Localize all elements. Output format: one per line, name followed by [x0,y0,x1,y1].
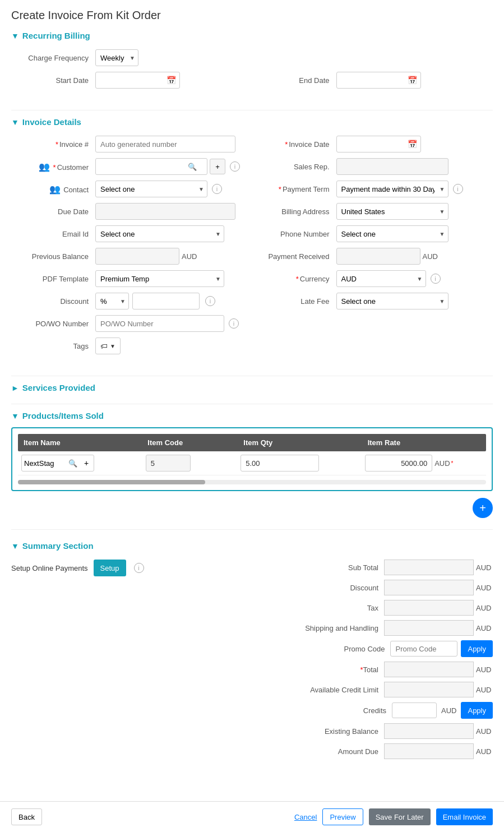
invoice-date-calendar-icon[interactable]: 📅 [404,140,420,149]
discount-type-wrapper[interactable]: % [95,293,129,309]
prev-balance-field: 0.00 AUD [95,248,197,265]
late-fee-select[interactable]: Select one [336,293,448,309]
end-date-wrapper[interactable]: 01/11/2018 📅 [336,72,421,89]
invoice-details-header[interactable]: ▼ Invoice Details [11,117,493,127]
currency-select[interactable]: AUD [336,270,426,287]
item-code-input[interactable] [146,455,191,472]
back-button[interactable]: Back [11,808,42,825]
promo-apply-button[interactable]: Apply [461,640,493,657]
total-currency: AUD [476,665,493,674]
email-select-wrapper[interactable]: Select one [95,225,224,242]
customer-add-button[interactable]: + [210,159,225,174]
phone-select-wrapper[interactable]: Select one [336,225,448,242]
products-table-header: Item Name Item Code Item Qty Item Rate [18,434,486,451]
amount-due-input[interactable]: 26737.50 [384,743,474,759]
promo-input[interactable] [390,641,457,657]
contact-select[interactable]: Select one [95,181,207,197]
phone-select[interactable]: Select one [336,225,448,242]
payment-term-info-icon[interactable]: i [453,184,463,194]
sales-rep-input[interactable]: Ruth C. Beaudry [336,158,448,175]
tags-control[interactable]: 🏷 ▼ [95,338,121,354]
tax-input[interactable]: 3487.50 [384,600,474,616]
td-item-code [142,455,237,472]
late-fee-select-wrapper[interactable]: Select one [336,293,448,309]
payment-term-select[interactable]: Payment made within 30 Days [336,181,448,197]
credits-apply-button[interactable]: Apply [461,702,493,719]
item-name-search-icon[interactable]: 🔍 [67,459,79,468]
cancel-button[interactable]: Cancel [294,813,317,821]
end-date-calendar-icon[interactable]: 📅 [404,76,420,85]
email-select[interactable]: Select one [95,225,224,242]
start-date-wrapper[interactable]: 26/10/2017 📅 [95,72,180,89]
amount-due-currency: AUD [476,747,493,756]
item-qty-input[interactable] [241,455,319,472]
tags-dropdown-arrow: ▼ [110,343,115,349]
discount-col: Discount % 7.00 i [11,293,247,309]
shipping-input[interactable]: 0.00 [384,620,474,636]
email-invoice-button[interactable]: Email Invoice [436,808,493,825]
payment-received-field: 0.00 AUD [336,248,438,265]
billing-address-select-wrapper[interactable]: United States [336,203,448,220]
invoice-date-wrapper[interactable]: 26/10/2017 📅 [336,136,421,152]
item-name-wrapper[interactable]: 🔍 + [21,455,94,472]
charge-frequency-col: Charge Frequency Weekly [11,49,247,66]
currency-select-wrapper[interactable]: AUD [336,270,426,287]
add-row-button[interactable]: + [473,498,493,518]
end-date-input[interactable]: 01/11/2018 [337,72,404,88]
powo-info-icon[interactable]: i [229,318,239,329]
due-date-input[interactable]: 25/11/2017 [95,203,235,220]
summary-discount-input[interactable]: 1750.00 [384,580,474,595]
contact-input-group: Select one i [95,181,222,197]
recurring-billing-header[interactable]: ▼ Recurring Billing [11,31,493,40]
customer-search-icon[interactable]: 🔍 [186,163,199,171]
currency-col: *Currency AUD i [258,270,493,287]
table-scrollbar[interactable] [18,480,486,484]
discount-type-select[interactable]: % [95,293,129,309]
invoice-num-input[interactable] [95,136,235,152]
contact-info-icon[interactable]: i [212,184,222,194]
prev-balance-currency: AUD [182,252,197,261]
products-section-header[interactable]: ▼ Products/Items Sold [11,411,493,420]
customer-info-icon[interactable]: i [230,161,240,172]
contact-select-wrapper[interactable]: Select one [95,181,207,197]
invoice-num-date-row: *Invoice # *Invoice Date 26/10/2017 📅 [11,136,493,152]
credit-limit-input[interactable]: 0.00 [384,682,474,697]
total-input[interactable]: 26737.50 [384,662,474,677]
pdf-template-select[interactable]: Premium Temp [95,270,224,287]
col-item-rate: Item Rate [362,434,486,451]
payment-term-select-wrapper[interactable]: Payment made within 30 Days [336,181,448,197]
customer-input[interactable]: Optical Coatings [96,159,186,174]
existing-balance-input[interactable]: 0.00 [384,723,474,739]
setup-payments-area: Setup Online Payments Setup i [11,560,246,585]
credits-input[interactable]: 0.00 [392,702,437,718]
customer-input-wrapper[interactable]: Optical Coatings 🔍 [95,158,207,175]
discount-info-icon[interactable]: i [205,296,215,306]
powo-col: PO/WO Number i [11,315,493,332]
pdf-template-select-wrapper[interactable]: Premium Temp [95,270,224,287]
start-date-input[interactable]: 26/10/2017 [96,72,163,88]
promo-label: Promo Code [278,645,390,653]
setup-info-icon[interactable]: i [134,563,144,573]
item-name-add-button[interactable]: + [79,455,94,471]
charge-frequency-select[interactable]: Weekly [95,49,138,66]
services-provided-header[interactable]: ► Services Provided [11,383,493,392]
save-later-button[interactable]: Save For Later [369,808,431,825]
billing-address-select[interactable]: United States [336,203,448,220]
prev-balance-input[interactable]: 0.00 [95,248,179,265]
invoice-date-input[interactable]: 26/10/2017 [337,136,404,152]
payment-received-currency: AUD [423,252,438,261]
preview-button[interactable]: Preview [322,808,363,825]
charge-frequency-select-wrapper[interactable]: Weekly [95,49,138,66]
setup-button[interactable]: Setup [94,560,126,576]
start-date-col: Start Date 26/10/2017 📅 [11,72,247,89]
sub-total-input[interactable]: 25000.00 [384,560,474,575]
start-date-calendar-icon[interactable]: 📅 [163,76,179,85]
item-name-input[interactable] [22,455,67,471]
currency-label: *Currency [258,275,336,283]
summary-section-header[interactable]: ▼ Summary Section [11,541,493,551]
discount-value-input[interactable]: 7.00 [132,293,200,309]
currency-info-icon[interactable]: i [431,274,441,284]
payment-received-input[interactable]: 0.00 [336,248,420,265]
item-rate-input[interactable] [365,455,432,472]
powo-input[interactable] [95,315,224,332]
